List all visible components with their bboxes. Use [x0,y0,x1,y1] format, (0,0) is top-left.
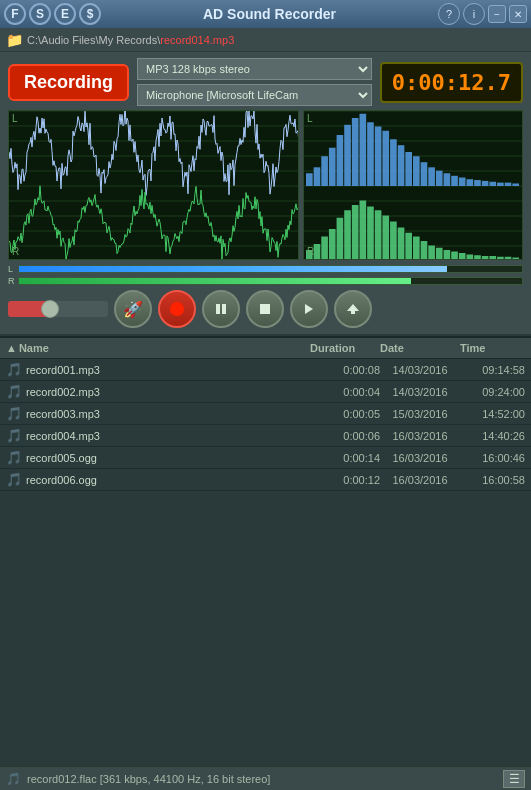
svg-rect-3 [260,304,270,314]
file-date: 16/03/2016 [380,452,460,464]
level-label-r: R [8,276,16,286]
file-name: record003.mp3 [26,408,100,420]
file-time: 14:40:26 [460,430,525,442]
level-bar-l-container [18,265,523,273]
file-name: record005.ogg [26,452,97,464]
file-time: 09:24:00 [460,386,525,398]
format-select[interactable]: MP3 128 kbps stereo [137,58,372,80]
main-content: Recording MP3 128 kbps stereo Microphone… [0,52,531,766]
file-icon: 🎵 [6,406,22,421]
file-date: 15/03/2016 [380,408,460,420]
level-row-r: R [8,276,523,286]
play-button[interactable] [290,290,328,328]
level-bar-r [19,278,411,284]
file-duration: 0:00:06 [310,430,380,442]
file-icon: 🎵 [6,472,22,487]
btn-help[interactable]: ? [438,3,460,25]
svg-marker-5 [347,304,359,311]
level-label-l: L [8,264,16,274]
status-text: record012.flac [361 kbps, 44100 Hz, 16 b… [27,773,497,785]
app-title: AD Sound Recorder [104,6,435,22]
status-bar: 🎵 record012.flac [361 kbps, 44100 Hz, 16… [0,766,531,790]
status-menu-button[interactable]: ☰ [503,770,525,788]
controls-row1: Recording MP3 128 kbps stereo Microphone… [8,58,523,106]
filepath-text: C:\Audio Files\My Records\record014.mp3 [27,34,234,46]
waveform-area: L R L R [8,110,523,260]
svg-rect-2 [222,304,226,314]
file-time: 16:00:46 [460,452,525,464]
transport-row: 🚀 [8,290,523,328]
svg-marker-4 [305,304,313,314]
file-row[interactable]: 🎵 record006.ogg 0:00:12 16/03/2016 16:00… [0,469,531,491]
volume-slider[interactable] [8,301,108,317]
status-file-icon: 🎵 [6,772,21,786]
wave-label-left-r: R [12,246,19,257]
file-icon: 🎵 [6,384,22,399]
file-date: 16/03/2016 [380,474,460,486]
file-name: record004.mp3 [26,430,100,442]
folder-icon: 📁 [6,32,23,48]
level-bar-l [19,266,447,272]
level-meters: L R [8,264,523,286]
file-duration: 0:00:08 [310,364,380,376]
file-duration: 0:00:14 [310,452,380,464]
format-mic-area: MP3 128 kbps stereo Microphone [Microsof… [137,58,372,106]
file-name: record002.mp3 [26,386,100,398]
pause-button[interactable] [202,290,240,328]
level-row-l: L [8,264,523,274]
file-list-area: ▲ Name Duration Date Time 🎵 record001.mp… [0,336,531,766]
file-list-header: ▲ Name Duration Date Time [0,338,531,359]
sort-arrow: ▲ [6,342,17,354]
file-icon: 🎵 [6,362,22,377]
btn-f[interactable]: F [4,3,26,25]
stop-button[interactable] [246,290,284,328]
btn-s[interactable]: S [29,3,51,25]
file-row[interactable]: 🎵 record005.ogg 0:00:14 16/03/2016 16:00… [0,447,531,469]
filepath-bar: 📁 C:\Audio Files\My Records\record014.mp… [0,28,531,52]
col-header-date[interactable]: Date [380,342,460,354]
file-row[interactable]: 🎵 record004.mp3 0:00:06 16/03/2016 14:40… [0,425,531,447]
file-duration: 0:00:12 [310,474,380,486]
svg-rect-6 [351,311,355,314]
svg-rect-1 [216,304,220,314]
file-icon: 🎵 [6,428,22,443]
file-duration: 0:00:04 [310,386,380,398]
btn-dollar[interactable]: $ [79,3,101,25]
btn-minimize[interactable]: − [488,5,506,23]
col-header-time[interactable]: Time [460,342,525,354]
col-header-duration[interactable]: Duration [310,342,380,354]
file-date: 14/03/2016 [380,386,460,398]
file-icon: 🎵 [6,450,22,465]
svg-point-0 [170,302,184,316]
controls-area: Recording MP3 128 kbps stereo Microphone… [0,52,531,336]
file-time: 14:52:00 [460,408,525,420]
file-row[interactable]: 🎵 record001.mp3 0:00:08 14/03/2016 09:14… [0,359,531,381]
wave-label-right-r: R [307,246,314,257]
wave-label-left-l: L [12,113,18,124]
file-date: 16/03/2016 [380,430,460,442]
title-bar: F S E $ AD Sound Recorder ? i − ✕ [0,0,531,28]
file-time: 09:14:58 [460,364,525,376]
spectrum-display: L R [303,110,523,260]
rocket-button[interactable]: 🚀 [114,290,152,328]
file-name: record006.ogg [26,474,97,486]
file-duration: 0:00:05 [310,408,380,420]
timer-display: 0:00:12.7 [380,62,523,103]
filepath-filename: record014.mp3 [160,34,234,46]
col-header-name[interactable]: ▲ Name [6,342,310,354]
wave-label-right-l: L [307,113,313,124]
btn-e[interactable]: E [54,3,76,25]
file-time: 16:00:58 [460,474,525,486]
btn-close[interactable]: ✕ [509,5,527,23]
file-list-body: 🎵 record001.mp3 0:00:08 14/03/2016 09:14… [0,359,531,491]
mic-select[interactable]: Microphone [Microsoft LifeCam [137,84,372,106]
file-name: record001.mp3 [26,364,100,376]
recording-badge: Recording [8,64,129,101]
btn-info[interactable]: i [463,3,485,25]
file-row[interactable]: 🎵 record003.mp3 0:00:05 15/03/2016 14:52… [0,403,531,425]
waveform-display: L R [8,110,299,260]
upload-button[interactable] [334,290,372,328]
file-date: 14/03/2016 [380,364,460,376]
file-row[interactable]: 🎵 record002.mp3 0:00:04 14/03/2016 09:24… [0,381,531,403]
record-button[interactable] [158,290,196,328]
